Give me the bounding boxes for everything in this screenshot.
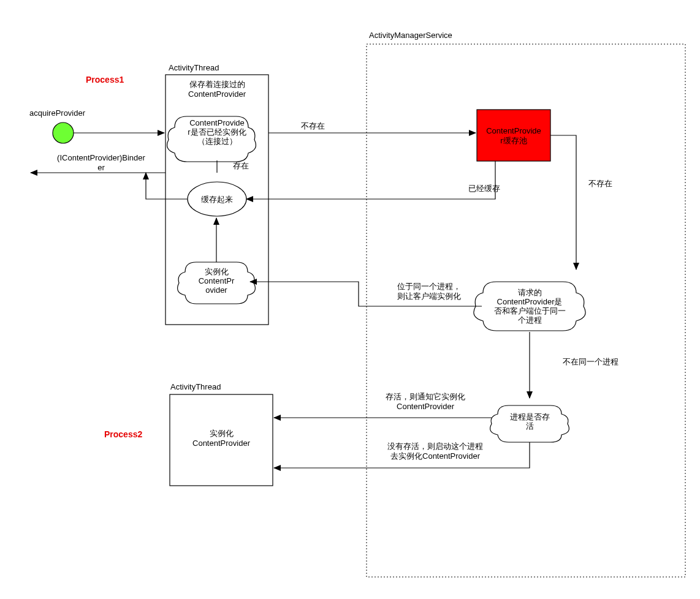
svg-text:缓存起来: 缓存起来	[201, 195, 233, 204]
svg-text:不存在: 不存在	[301, 121, 325, 130]
svg-text:ContentProvider: ContentProvider	[397, 402, 455, 411]
cloud-cache-it: 缓存起来	[188, 182, 246, 216]
svg-line-14	[530, 269, 576, 282]
edge-already-cached	[246, 161, 495, 199]
acquire-provider-label: acquireProvider	[29, 108, 86, 118]
svg-text:活: 活	[526, 421, 534, 431]
svg-text:ContentProvider是: ContentProvider是	[497, 297, 563, 306]
svg-text:位于同一个进程，: 位于同一个进程，	[397, 282, 461, 291]
svg-text:进程是否存: 进程是否存	[510, 412, 550, 421]
svg-text:不存在: 不存在	[588, 179, 612, 188]
svg-text:个进程: 个进程	[518, 315, 542, 325]
svg-text:存在: 存在	[233, 161, 249, 170]
at1-sub-line1: 保存着连接过的	[189, 80, 245, 89]
cache-pool-line2: r缓存池	[500, 136, 527, 145]
ams-label: ActivityManagerService	[369, 31, 452, 40]
inst2-line1: 实例化	[210, 429, 234, 438]
diagram-canvas: ActivityManagerService Process1 Process2…	[0, 0, 700, 599]
svg-text:ovider: ovider	[205, 285, 227, 295]
svg-text:ContentPr: ContentPr	[199, 276, 235, 285]
svg-text:r是否已经实例化: r是否已经实例化	[188, 127, 246, 137]
cloud-proc-alive: 进程是否存 活	[490, 405, 569, 442]
svg-text:请求的: 请求的	[518, 288, 542, 297]
svg-text:存活，则通知它实例化: 存活，则通知它实例化	[386, 392, 465, 401]
svg-text:去实例化ContentProvider: 去实例化ContentProvider	[390, 451, 481, 461]
svg-text:已经缓存: 已经缓存	[468, 184, 500, 193]
svg-text:实例化: 实例化	[205, 267, 229, 276]
start-node	[53, 122, 74, 143]
svg-text:则让客户端实例化: 则让客户端实例化	[397, 292, 461, 301]
edge-not-exist2	[550, 135, 576, 269]
at1-sub-line2: ContentProvider	[188, 89, 246, 99]
process1-label: Process1	[86, 75, 124, 85]
svg-text:er: er	[97, 163, 105, 172]
cloud-same-proc: 请求的 ContentProvider是 否和客户端位于同一 个进程	[474, 282, 585, 331]
svg-text:不在同一个进程: 不在同一个进程	[563, 357, 618, 366]
process2-label: Process2	[104, 429, 142, 439]
svg-text:否和客户端位于同一: 否和客户端位于同一	[494, 306, 566, 315]
binder-return-label: (IContentProvider)Binder	[57, 153, 145, 162]
cloud-cp-instantiated: ContentProvide r是否已经实例化 （连接过）	[167, 116, 256, 162]
edge-cache-to-return	[146, 173, 188, 199]
inst2-line2: ContentProvider	[192, 439, 251, 448]
svg-text:ContentProvide: ContentProvide	[189, 118, 245, 127]
cache-pool-line1: ContentProvide	[486, 126, 541, 135]
svg-text:没有存活，则启动这个进程: 没有存活，则启动这个进程	[387, 442, 483, 451]
activitythread2-label: ActivityThread	[170, 382, 221, 391]
cache-pool-box	[477, 110, 550, 161]
activitythread1-label: ActivityThread	[169, 63, 219, 72]
svg-text:（连接过）: （连接过）	[197, 137, 237, 146]
cloud-inst-cp: 实例化 ContentPr ovider	[178, 262, 256, 304]
